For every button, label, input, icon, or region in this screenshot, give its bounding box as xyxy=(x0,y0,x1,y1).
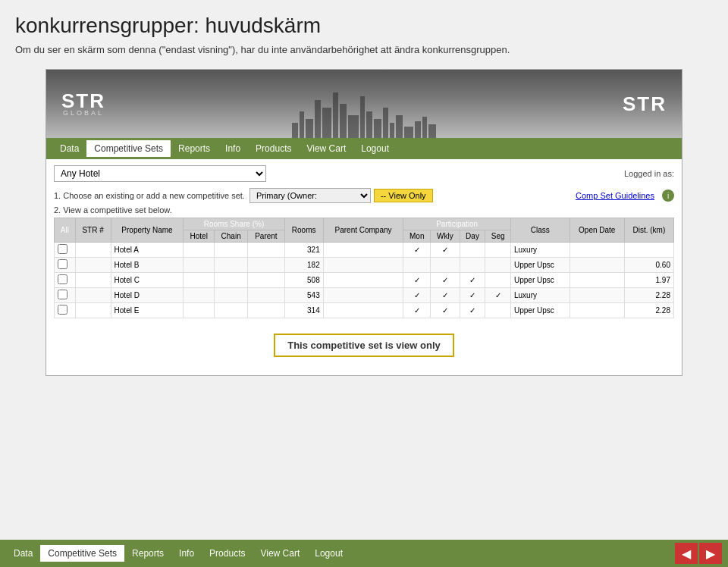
bottom-nav-logout[interactable]: Logout xyxy=(307,545,350,562)
info-icon[interactable]: i xyxy=(662,190,674,202)
row-open-date xyxy=(570,243,624,258)
row-day xyxy=(460,258,485,273)
row-day: ✓ xyxy=(460,288,485,303)
row-dist: 2.28 xyxy=(624,288,673,303)
prev-arrow[interactable]: ◀ xyxy=(675,543,698,564)
row-str-num xyxy=(75,273,111,288)
str-header: STR GLOBAL STR xyxy=(46,70,682,138)
row-name: Hotel A xyxy=(111,243,184,258)
row-checkbox[interactable] xyxy=(55,288,76,303)
row-parent xyxy=(248,303,284,318)
table-row: Hotel C 508 ✓ ✓ ✓ Upper Upsc 1.97 xyxy=(55,273,674,288)
chain-subheader: Chain xyxy=(215,230,248,243)
step2-label: 2. View a competitive set below. xyxy=(54,205,172,215)
row-class: Luxury xyxy=(511,243,570,258)
row-parent-co xyxy=(323,273,403,288)
row-dist: 1.97 xyxy=(624,273,673,288)
rooms-share-header: Rooms Share (%) xyxy=(184,218,284,230)
row-name: Hotel D xyxy=(111,288,184,303)
table-row: Hotel B 182 Upper Upsc 0.60 xyxy=(55,258,674,273)
table-row: Hotel D 543 ✓ ✓ ✓ ✓ Luxury 2.28 xyxy=(55,288,674,303)
row-rooms: 543 xyxy=(284,288,323,303)
table-row: Hotel E 314 ✓ ✓ ✓ Upper Upsc 2.28 xyxy=(55,303,674,318)
row-str-num xyxy=(75,243,111,258)
content-area: Any Hotel Logged in as: 1. Choose an exi… xyxy=(46,159,682,375)
nav-item-reports[interactable]: Reports xyxy=(171,140,218,157)
nav-item-view-cart[interactable]: View Cart xyxy=(299,140,353,157)
mon-subheader: Mon xyxy=(403,230,431,243)
row-checkbox[interactable] xyxy=(55,243,76,258)
row-day: ✓ xyxy=(460,273,485,288)
property-name-header: Property Name xyxy=(111,218,184,243)
row-seg xyxy=(485,273,511,288)
nav-item-data[interactable]: Data xyxy=(52,140,86,157)
row-dist: 0.60 xyxy=(624,258,673,273)
class-header: Class xyxy=(511,218,570,243)
bottom-nav-products[interactable]: Products xyxy=(202,545,253,562)
row-str-num xyxy=(75,288,111,303)
row-name: Hotel B xyxy=(111,258,184,273)
row-seg xyxy=(485,243,511,258)
row-parent xyxy=(248,243,284,258)
row-class: Upper Upsc xyxy=(511,258,570,273)
nav-item-products[interactable]: Products xyxy=(248,140,299,157)
row-dist: 2.28 xyxy=(624,303,673,318)
all-header: All xyxy=(55,218,76,243)
row-class: Upper Upsc xyxy=(511,273,570,288)
next-arrow[interactable]: ▶ xyxy=(699,543,722,564)
row-hotel xyxy=(184,303,215,318)
row-checkbox[interactable] xyxy=(55,273,76,288)
row-day: ✓ xyxy=(460,303,485,318)
row-wkly: ✓ xyxy=(431,303,460,318)
hotel-select[interactable]: Any Hotel xyxy=(54,165,266,182)
parent-subheader: Parent xyxy=(248,230,284,243)
nav-item-logout[interactable]: Logout xyxy=(353,140,397,157)
row-rooms: 182 xyxy=(284,258,323,273)
row-mon xyxy=(403,258,431,273)
row-parent xyxy=(248,288,284,303)
row-wkly: ✓ xyxy=(431,243,460,258)
row-checkbox[interactable] xyxy=(55,303,76,318)
nav-item-competitive-sets[interactable]: Competitive Sets xyxy=(86,140,171,157)
view-only-button[interactable]: -- View Only xyxy=(374,189,433,202)
wkly-subheader: Wkly xyxy=(431,230,460,243)
row-mon: ✓ xyxy=(403,288,431,303)
rooms-header: Rooms xyxy=(284,218,323,243)
str-logo-right: STR xyxy=(623,92,667,116)
row-chain xyxy=(215,273,248,288)
view-only-banner: This competitive set is view only xyxy=(274,334,454,357)
dist-header: Dist. (km) xyxy=(624,218,673,243)
str-global-text: GLOBAL xyxy=(63,109,104,117)
bottom-nav-competitive-sets[interactable]: Competitive Sets xyxy=(40,545,124,562)
row-hotel xyxy=(184,288,215,303)
nav-item-info[interactable]: Info xyxy=(218,140,248,157)
step2-row: 2. View a competitive set below. xyxy=(54,205,674,215)
step1-label: 1. Choose an existing or add a new compe… xyxy=(54,191,245,200)
row-checkbox[interactable] xyxy=(55,258,76,273)
bottom-nav-view-cart[interactable]: View Cart xyxy=(253,545,307,562)
nav-bar: Data Competitive Sets Reports Info Produ… xyxy=(46,138,682,159)
primary-select[interactable]: Primary (Owner: xyxy=(249,188,371,203)
row-open-date xyxy=(570,288,624,303)
table-row: Hotel A 321 ✓ ✓ Luxury xyxy=(55,243,674,258)
row-str-num xyxy=(75,258,111,273)
row-wkly: ✓ xyxy=(431,288,460,303)
row-hotel xyxy=(184,258,215,273)
row-parent xyxy=(248,273,284,288)
comp-set-guidelines-link[interactable]: Comp Set Guidelines xyxy=(576,191,654,200)
parent-company-header: Parent Company xyxy=(323,218,403,243)
seg-subheader: Seg xyxy=(485,230,511,243)
bottom-nav-info[interactable]: Info xyxy=(171,545,202,562)
row-class: Upper Upsc xyxy=(511,303,570,318)
row-parent-co xyxy=(323,258,403,273)
bottom-nav-reports[interactable]: Reports xyxy=(124,545,171,562)
row-seg xyxy=(485,258,511,273)
row-chain xyxy=(215,288,248,303)
str-logo-text-left: STR xyxy=(61,91,105,111)
row-chain xyxy=(215,303,248,318)
row-wkly xyxy=(431,258,460,273)
bottom-nav-data[interactable]: Data xyxy=(6,545,40,562)
row-open-date xyxy=(570,273,624,288)
str-logo-left: STR GLOBAL xyxy=(61,91,105,117)
row-class: Luxury xyxy=(511,288,570,303)
